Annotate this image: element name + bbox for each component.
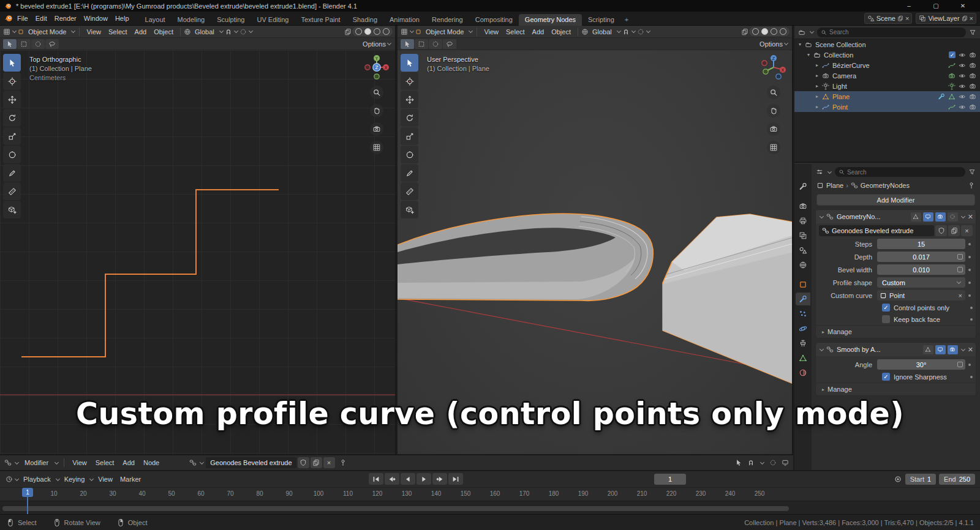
scale-tool[interactable]	[3, 127, 21, 145]
browse-node-group-icon[interactable]	[189, 458, 197, 467]
animate-dot-icon[interactable]	[970, 307, 973, 309]
select-mode-box-icon[interactable]	[415, 39, 428, 49]
expand-icon[interactable]: ▾	[805, 52, 812, 58]
editor-type-icon[interactable]	[2, 28, 11, 36]
shading-rendered-icon[interactable]	[383, 28, 390, 35]
close-icon[interactable]: ✕	[968, 214, 973, 220]
hide-eye-icon[interactable]	[959, 51, 966, 59]
playhead[interactable]: 1	[22, 488, 33, 497]
menu-object[interactable]: Object	[150, 26, 177, 39]
hide-eye-icon[interactable]	[959, 62, 966, 69]
duplicate-icon[interactable]	[948, 225, 960, 236]
rotate-tool[interactable]	[3, 109, 21, 127]
transform-tool[interactable]	[3, 146, 21, 163]
viewport-canvas[interactable]: Top Orthographic (1) Collection | Plane …	[0, 50, 395, 454]
outliner-row-camera[interactable]: ▸ Camera	[794, 70, 980, 81]
collection-exclude-checkbox[interactable]: ✓	[949, 51, 956, 58]
menu-edit[interactable]: Edit	[32, 12, 51, 25]
proportional-editing-icon[interactable]	[636, 28, 645, 36]
ortho-toggle-icon[interactable]	[767, 141, 780, 154]
tab-world[interactable]	[796, 258, 810, 271]
animate-dot-icon[interactable]	[970, 376, 973, 378]
select-mode-circle-icon[interactable]	[429, 39, 442, 49]
profile-shape-dropdown[interactable]: Custom	[877, 277, 965, 288]
pin-icon[interactable]	[968, 182, 975, 189]
tab-output[interactable]	[796, 214, 810, 227]
duplicate-icon[interactable]	[311, 457, 322, 468]
camera-view-icon[interactable]	[767, 122, 780, 136]
viewport-canvas[interactable]: User Perspective (1) Collection | Plane	[398, 50, 792, 454]
hide-eye-icon[interactable]	[959, 72, 966, 80]
transform-tool[interactable]	[401, 146, 418, 163]
extrapolate-icon[interactable]	[957, 254, 963, 259]
new-viewlayer-icon[interactable]	[962, 15, 968, 21]
close-icon[interactable]: ✕	[968, 346, 973, 353]
timeline-editor-icon[interactable]	[5, 475, 13, 483]
mode-dropdown[interactable]: Object Mode	[422, 26, 467, 39]
fake-user-shield-icon[interactable]	[935, 225, 947, 236]
tab-scene[interactable]	[796, 244, 810, 256]
shading-solid-icon[interactable]	[761, 28, 768, 35]
horizontal-scrollbar[interactable]	[2, 506, 789, 511]
next-keyframe-button[interactable]	[432, 473, 447, 485]
animate-dot-icon[interactable]	[968, 282, 971, 284]
outliner-row-light[interactable]: ▸ Light	[794, 81, 980, 91]
snap-magnet-icon[interactable]	[224, 28, 233, 36]
modifier-header[interactable]: GeometryNo... ✕	[816, 210, 976, 223]
pin-icon[interactable]	[339, 458, 347, 467]
timeline-scroll-area[interactable]	[0, 501, 980, 515]
annotate-tool[interactable]	[3, 164, 21, 182]
modifier-header[interactable]: Smooth by A... ✕	[816, 343, 976, 356]
add-modifier-button[interactable]: Add Modifier	[816, 194, 975, 206]
menu-keying[interactable]: Keying	[61, 472, 89, 486]
shading-material-icon[interactable]	[771, 28, 777, 35]
outliner-row-plane[interactable]: ▸ Plane	[794, 91, 980, 102]
play-button[interactable]	[417, 473, 431, 485]
tab-object-data[interactable]	[796, 351, 810, 364]
properties-editor-icon[interactable]	[815, 168, 824, 176]
editor-type-icon[interactable]	[400, 28, 409, 36]
current-frame-field[interactable]: 1	[654, 474, 686, 485]
realtime-toggle-icon[interactable]	[935, 345, 946, 354]
menu-playback[interactable]: Playback	[20, 472, 55, 486]
frame-ruler[interactable]: 10 20 30 40 50 60 70 80 90 100 110 120 1…	[0, 487, 980, 501]
jump-to-start-button[interactable]	[369, 473, 383, 485]
menu-add[interactable]: Add	[131, 26, 151, 39]
tab-texture-paint[interactable]: Texture Paint	[295, 14, 346, 26]
render-toggle-icon[interactable]	[935, 212, 946, 222]
steps-field[interactable]: 15	[877, 239, 965, 249]
overlays-icon[interactable]	[769, 458, 777, 467]
cursor-tool[interactable]	[3, 72, 21, 90]
tab-render[interactable]	[796, 200, 810, 212]
expand-icon[interactable]: ▸	[814, 62, 820, 68]
cursor-tool[interactable]	[401, 72, 418, 90]
menu-view[interactable]: View	[83, 26, 105, 39]
expand-icon[interactable]: ▸	[814, 83, 820, 89]
move-tool[interactable]	[3, 91, 21, 108]
tab-geometry-nodes[interactable]: Geometry Nodes	[519, 14, 582, 26]
shading-material-icon[interactable]	[374, 28, 380, 35]
menu-node[interactable]: Node	[140, 456, 163, 469]
manage-subpanel[interactable]: ▸ Manage	[816, 383, 976, 395]
new-scene-icon[interactable]	[897, 15, 903, 21]
navigation-gizmo[interactable]: Y X Z	[363, 54, 390, 81]
menu-add[interactable]: Add	[529, 26, 548, 39]
render-visibility-icon[interactable]	[969, 93, 976, 100]
menu-select[interactable]: Select	[502, 26, 529, 39]
animate-dot-icon[interactable]	[968, 364, 971, 366]
proportional-editing-icon[interactable]	[239, 28, 247, 36]
menu-view[interactable]: View	[480, 26, 502, 39]
prev-keyframe-button[interactable]	[385, 473, 399, 485]
pan-hand-icon[interactable]	[767, 104, 780, 118]
unlink-icon[interactable]: ×	[323, 457, 335, 468]
animate-dot-icon[interactable]	[970, 318, 973, 321]
zoom-icon[interactable]	[370, 86, 383, 99]
outliner-row-point[interactable]: ▸ Point	[794, 102, 980, 112]
menu-select[interactable]: Select	[105, 26, 131, 39]
select-mode-lasso-icon[interactable]	[443, 39, 456, 49]
expand-icon[interactable]: ▸	[814, 104, 820, 110]
custom-curve-object-field[interactable]: Point ×	[877, 290, 965, 300]
render-visibility-icon[interactable]	[969, 83, 976, 90]
keep-back-face-checkbox[interactable]	[882, 315, 890, 323]
annotate-tool[interactable]	[401, 164, 418, 182]
